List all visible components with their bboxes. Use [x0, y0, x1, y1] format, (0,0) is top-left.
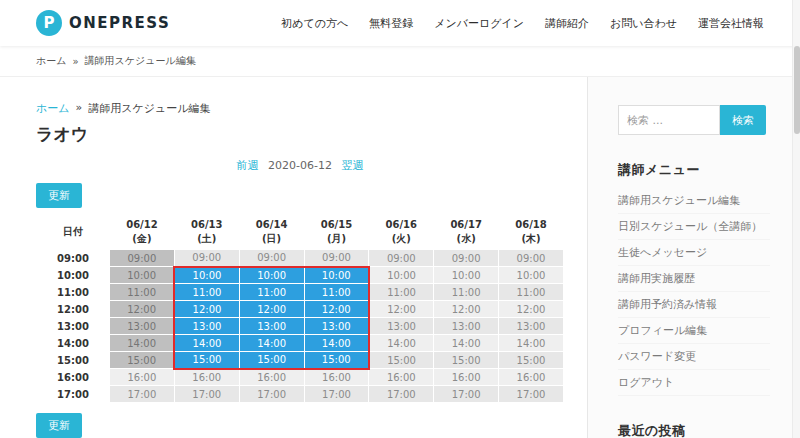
nav-item[interactable]: 運営会社情報	[698, 16, 764, 31]
breadcrumb-home-link[interactable]: ホーム	[36, 54, 66, 68]
schedule-cell[interactable]: 09:00	[304, 250, 369, 267]
schedule-cell[interactable]: 15:00	[174, 352, 239, 369]
update-button-bottom[interactable]: 更新	[36, 413, 82, 438]
schedule-cell[interactable]: 10:00	[174, 267, 239, 284]
sidebar-menu-item[interactable]: 講師用実施履歴	[618, 266, 770, 292]
schedule-cell[interactable]: 16:00	[239, 369, 304, 386]
sidebar-menu-item[interactable]: パスワード変更	[618, 344, 770, 370]
day-column-header: 06/15(月)	[304, 216, 369, 250]
schedule-cell[interactable]: 12:00	[110, 301, 175, 318]
schedule-cell[interactable]: 14:00	[499, 335, 564, 352]
sidebar-menu-item[interactable]: 日別スケジュール（全講師）	[618, 214, 770, 240]
schedule-cell[interactable]: 16:00	[434, 369, 499, 386]
schedule-cell[interactable]: 17:00	[369, 386, 434, 403]
row-time-header: 12:00	[37, 301, 110, 318]
schedule-cell[interactable]: 13:00	[499, 318, 564, 335]
row-time-header: 16:00	[37, 369, 110, 386]
instructor-menu: 講師用スケジュール編集日別スケジュール（全講師）生徒へメッセージ講師用実施履歴講…	[618, 188, 770, 396]
nav-item[interactable]: 無料登録	[369, 16, 413, 31]
schedule-cell[interactable]: 16:00	[174, 369, 239, 386]
schedule-cell[interactable]: 15:00	[499, 352, 564, 369]
schedule-cell[interactable]: 17:00	[239, 386, 304, 403]
schedule-cell[interactable]: 14:00	[369, 335, 434, 352]
schedule-cell[interactable]: 15:00	[110, 352, 175, 369]
schedule-cell[interactable]: 16:00	[304, 369, 369, 386]
schedule-cell[interactable]: 16:00	[110, 369, 175, 386]
main-content: ホーム » 講師用スケジュール編集 ラオウ 前週 2020-06-12 翌週 更…	[0, 77, 587, 438]
schedule-cell[interactable]: 13:00	[110, 318, 175, 335]
schedule-cell[interactable]: 10:00	[110, 267, 175, 284]
sidebar-menu-item[interactable]: ログアウト	[618, 370, 770, 396]
schedule-cell[interactable]: 15:00	[369, 352, 434, 369]
schedule-cell[interactable]: 13:00	[434, 318, 499, 335]
schedule-cell[interactable]: 14:00	[174, 335, 239, 352]
sidebar-menu-item[interactable]: 講師用スケジュール編集	[618, 188, 770, 214]
schedule-cell[interactable]: 09:00	[369, 250, 434, 267]
schedule-cell[interactable]: 12:00	[174, 301, 239, 318]
brand-home-link[interactable]: P ONEPRESS	[36, 10, 170, 36]
schedule-cell[interactable]: 10:00	[434, 267, 499, 284]
nav-item[interactable]: メンバーログイン	[434, 16, 524, 31]
schedule-cell[interactable]: 13:00	[239, 318, 304, 335]
week-date: 2020-06-12	[268, 159, 332, 172]
breadcrumb-top: ホーム » 講師用スケジュール編集	[0, 46, 800, 77]
brand-name: ONEPRESS	[69, 14, 170, 32]
content-area: ホーム » 講師用スケジュール編集 ラオウ 前週 2020-06-12 翌週 更…	[0, 77, 800, 438]
schedule-cell[interactable]: 16:00	[369, 369, 434, 386]
page-title: ラオウ	[36, 123, 565, 146]
schedule-cell[interactable]: 10:00	[304, 267, 369, 284]
schedule-cell[interactable]: 16:00	[499, 369, 564, 386]
sidebar-menu-item[interactable]: 講師用予約済み情報	[618, 292, 770, 318]
schedule-cell[interactable]: 13:00	[174, 318, 239, 335]
schedule-cell[interactable]: 10:00	[499, 267, 564, 284]
schedule-cell[interactable]: 11:00	[239, 284, 304, 301]
scrollbar[interactable]	[792, 0, 800, 438]
schedule-cell[interactable]: 11:00	[434, 284, 499, 301]
nav-item[interactable]: 講師紹介	[545, 16, 589, 31]
prev-week-link[interactable]: 前週	[237, 159, 259, 172]
schedule-cell[interactable]: 15:00	[304, 352, 369, 369]
schedule-cell[interactable]: 11:00	[499, 284, 564, 301]
schedule-cell[interactable]: 09:00	[239, 250, 304, 267]
schedule-cell[interactable]: 09:00	[434, 250, 499, 267]
schedule-cell[interactable]: 11:00	[369, 284, 434, 301]
schedule-cell[interactable]: 12:00	[304, 301, 369, 318]
schedule-cell[interactable]: 10:00	[239, 267, 304, 284]
sidebar-menu-item[interactable]: 生徒へメッセージ	[618, 240, 770, 266]
schedule-cell[interactable]: 09:00	[110, 250, 175, 267]
next-week-link[interactable]: 翌週	[341, 159, 363, 172]
schedule-cell[interactable]: 11:00	[110, 284, 175, 301]
nav-item[interactable]: お問い合わせ	[610, 16, 677, 31]
schedule-cell[interactable]: 17:00	[434, 386, 499, 403]
schedule-cell[interactable]: 14:00	[110, 335, 175, 352]
schedule-cell[interactable]: 17:00	[304, 386, 369, 403]
schedule-cell[interactable]: 17:00	[110, 386, 175, 403]
breadcrumb-home-link[interactable]: ホーム	[36, 101, 70, 116]
onepress-logo-icon: P	[36, 10, 62, 36]
schedule-cell[interactable]: 12:00	[434, 301, 499, 318]
schedule-cell[interactable]: 09:00	[499, 250, 564, 267]
schedule-cell[interactable]: 17:00	[499, 386, 564, 403]
schedule-cell[interactable]: 09:00	[174, 250, 239, 267]
schedule-cell[interactable]: 12:00	[499, 301, 564, 318]
sidebar-menu-item[interactable]: プロフィール編集	[618, 318, 770, 344]
update-button-top[interactable]: 更新	[36, 183, 82, 208]
schedule-cell[interactable]: 13:00	[304, 318, 369, 335]
breadcrumb-current: 講師用スケジュール編集	[88, 101, 210, 116]
schedule-cell[interactable]: 12:00	[369, 301, 434, 318]
schedule-cell[interactable]: 15:00	[434, 352, 499, 369]
schedule-cell[interactable]: 15:00	[239, 352, 304, 369]
search-button[interactable]: 検索	[720, 105, 766, 135]
schedule-cell[interactable]: 14:00	[434, 335, 499, 352]
search-input[interactable]	[618, 105, 720, 135]
schedule-cell[interactable]: 12:00	[239, 301, 304, 318]
nav-item[interactable]: 初めての方へ	[281, 16, 348, 31]
schedule-cell[interactable]: 17:00	[174, 386, 239, 403]
schedule-cell[interactable]: 14:00	[304, 335, 369, 352]
schedule-cell[interactable]: 10:00	[369, 267, 434, 284]
schedule-cell[interactable]: 13:00	[369, 318, 434, 335]
schedule-cell[interactable]: 11:00	[174, 284, 239, 301]
scrollbar-thumb[interactable]	[794, 46, 800, 134]
schedule-cell[interactable]: 11:00	[304, 284, 369, 301]
schedule-cell[interactable]: 14:00	[239, 335, 304, 352]
